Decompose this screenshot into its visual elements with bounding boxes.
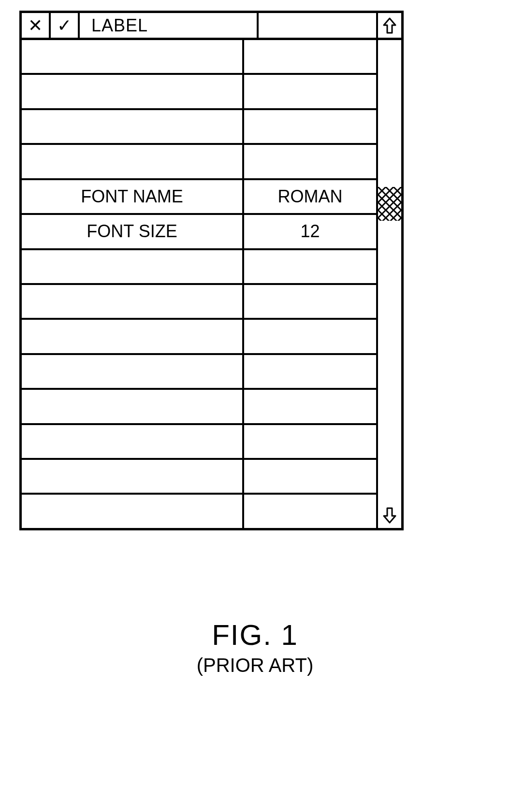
table-row[interactable] bbox=[22, 460, 376, 495]
property-label bbox=[22, 285, 244, 318]
property-value[interactable] bbox=[244, 40, 376, 73]
table-row[interactable] bbox=[22, 495, 376, 527]
property-grid: FONT NAMEROMANFONT SIZE12 bbox=[22, 40, 378, 528]
header-label: LABEL bbox=[80, 13, 257, 38]
property-label bbox=[22, 355, 244, 388]
property-label bbox=[22, 110, 244, 143]
property-label bbox=[22, 145, 244, 178]
header-bar: ✕ ✓ LABEL bbox=[22, 13, 401, 40]
table-row[interactable] bbox=[22, 355, 376, 390]
property-window: ✕ ✓ LABEL FONT NAMEROMANFONT SIZE12 bbox=[19, 11, 404, 530]
property-value[interactable] bbox=[244, 250, 376, 283]
property-value[interactable] bbox=[244, 75, 376, 108]
caption-line1: FIG. 1 bbox=[0, 618, 510, 652]
table-row[interactable] bbox=[22, 40, 376, 75]
property-value[interactable]: ROMAN bbox=[244, 180, 376, 213]
property-value[interactable] bbox=[244, 460, 376, 493]
property-value[interactable] bbox=[244, 285, 376, 318]
scrollbar[interactable] bbox=[378, 40, 401, 528]
table-row[interactable] bbox=[22, 285, 376, 320]
property-label bbox=[22, 425, 244, 458]
figure-caption: FIG. 1 (PRIOR ART) bbox=[0, 618, 510, 676]
property-value[interactable] bbox=[244, 390, 376, 423]
property-value[interactable] bbox=[244, 495, 376, 527]
property-label: FONT SIZE bbox=[22, 215, 244, 248]
property-value[interactable]: 12 bbox=[244, 215, 376, 248]
scrollbar-thumb[interactable] bbox=[378, 187, 401, 221]
property-value[interactable] bbox=[244, 145, 376, 178]
property-label bbox=[22, 460, 244, 493]
property-value[interactable] bbox=[244, 355, 376, 388]
caption-line2: (PRIOR ART) bbox=[0, 655, 510, 676]
property-label: FONT NAME bbox=[22, 180, 244, 213]
table-row[interactable] bbox=[22, 390, 376, 425]
table-row[interactable] bbox=[22, 425, 376, 460]
arrow-up-icon bbox=[382, 17, 397, 34]
table-row[interactable] bbox=[22, 320, 376, 355]
arrow-down-icon bbox=[382, 507, 397, 524]
scroll-up-button[interactable] bbox=[376, 13, 401, 38]
cancel-button[interactable]: ✕ bbox=[22, 13, 51, 38]
property-label bbox=[22, 320, 244, 353]
table-row[interactable] bbox=[22, 250, 376, 285]
property-value[interactable] bbox=[244, 110, 376, 143]
table-row[interactable] bbox=[22, 145, 376, 180]
property-label bbox=[22, 75, 244, 108]
confirm-button[interactable]: ✓ bbox=[51, 13, 80, 38]
table-row[interactable]: FONT SIZE12 bbox=[22, 215, 376, 250]
property-label bbox=[22, 250, 244, 283]
property-label bbox=[22, 495, 244, 527]
property-label bbox=[22, 390, 244, 423]
property-value[interactable] bbox=[244, 425, 376, 458]
property-label bbox=[22, 40, 244, 73]
scroll-down-button[interactable] bbox=[378, 503, 401, 528]
header-value-field[interactable] bbox=[257, 13, 376, 38]
table-row[interactable] bbox=[22, 110, 376, 145]
x-icon: ✕ bbox=[28, 17, 43, 34]
check-icon: ✓ bbox=[57, 17, 72, 34]
property-value[interactable] bbox=[244, 320, 376, 353]
svg-rect-0 bbox=[378, 187, 401, 221]
table-row[interactable]: FONT NAMEROMAN bbox=[22, 180, 376, 215]
table-row[interactable] bbox=[22, 75, 376, 110]
